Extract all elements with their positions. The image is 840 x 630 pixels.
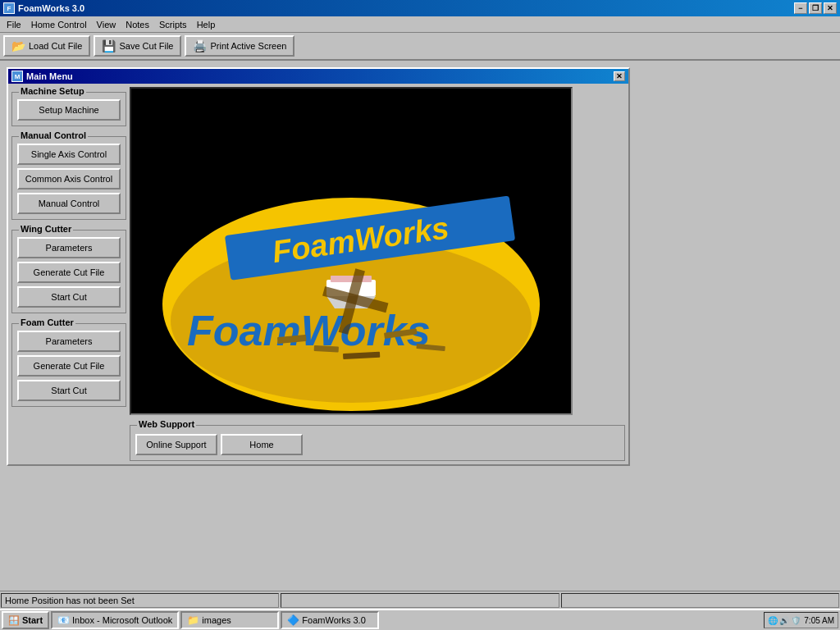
network-icon: 🌐: [768, 616, 778, 625]
menu-notes[interactable]: Notes: [121, 18, 154, 31]
window-icon: M: [11, 71, 23, 82]
taskbar-item-images[interactable]: 📁 images: [180, 611, 279, 629]
svg-text:FoamWorks: FoamWorks: [187, 307, 431, 354]
common-axis-control-button[interactable]: Common Axis Control: [17, 168, 121, 189]
taskbar-item-foamworks[interactable]: 🔷 FoamWorks 3.0: [281, 611, 379, 629]
images-icon: 📁: [187, 614, 199, 626]
menu-bar: File Home Control View Notes Scripts Hel…: [0, 16, 840, 33]
toolbar: 📂 Load Cut File 💾 Save Cut File 🖨️ Print…: [0, 33, 840, 61]
load-cut-file-button[interactable]: 📂 Load Cut File: [3, 35, 90, 57]
restore-button[interactable]: ❐: [809, 2, 822, 14]
foam-cutter-group: Foam Cutter Parameters Generate Cut File…: [11, 323, 126, 407]
menu-scripts[interactable]: Scripts: [154, 18, 192, 31]
status-bar: Home Position has not been Set: [0, 591, 840, 609]
window-title-label: Main Menu: [26, 71, 73, 81]
print-icon: 🖨️: [193, 39, 207, 52]
status-section-2: [281, 593, 559, 608]
close-button[interactable]: ✕: [824, 2, 837, 14]
app-title: FoamWorks 3.0: [18, 3, 84, 13]
manual-control-button[interactable]: Manual Control: [17, 193, 121, 214]
window-body: Machine Setup Setup Machine Manual Contr…: [8, 84, 628, 464]
app-icon: F: [3, 2, 15, 14]
foamworks-taskbar-label: FoamWorks 3.0: [302, 615, 365, 625]
manual-control-title: Manual Control: [19, 130, 88, 140]
foam-cutter-title: Foam Cutter: [19, 317, 75, 327]
wing-cutter-parameters-button[interactable]: Parameters: [17, 237, 121, 258]
images-label: images: [202, 615, 231, 625]
print-active-screen-label: Print Active Screen: [210, 41, 286, 51]
wing-cutter-generate-cut-file-button[interactable]: Generate Cut File: [17, 262, 121, 283]
menu-file[interactable]: File: [2, 18, 26, 31]
status-section-3: [561, 593, 839, 608]
save-cut-file-button[interactable]: 💾 Save Cut File: [94, 35, 181, 57]
system-tray: 🌐 🔊 🛡️ 7:05 AM: [764, 612, 838, 628]
right-panel: FoamWorks FoamWorks: [130, 87, 625, 461]
window-close-button[interactable]: ✕: [614, 71, 625, 81]
wing-cutter-start-cut-button[interactable]: Start Cut: [17, 286, 121, 308]
load-cut-file-label: Load Cut File: [29, 41, 82, 51]
window-title-bar: M Main Menu ✕: [8, 69, 628, 84]
left-panel: Machine Setup Setup Machine Manual Contr…: [11, 87, 126, 461]
print-active-screen-button[interactable]: 🖨️ Print Active Screen: [185, 35, 294, 57]
web-support-group: Web Support Online Support Home: [130, 425, 625, 461]
security-icon: 🛡️: [791, 616, 801, 625]
foamworks-logo-svg: FoamWorks FoamWorks: [138, 91, 564, 411]
svg-rect-7: [331, 276, 372, 282]
start-label: Start: [22, 615, 43, 625]
foamworks-taskbar-icon: 🔷: [287, 614, 299, 626]
web-support-title: Web Support: [137, 419, 196, 429]
taskbar-item-inbox[interactable]: 📧 Inbox - Microsoft Outlook: [51, 611, 179, 629]
title-bar-buttons: − ❐ ✕: [794, 2, 837, 14]
load-icon: 📂: [11, 39, 25, 52]
inbox-icon: 📧: [57, 614, 70, 626]
inbox-label: Inbox - Microsoft Outlook: [72, 615, 172, 625]
logo-image-area: FoamWorks FoamWorks: [130, 87, 573, 415]
wing-cutter-group: Wing Cutter Parameters Generate Cut File…: [11, 230, 126, 313]
menu-home-control[interactable]: Home Control: [26, 18, 92, 31]
title-bar: F FoamWorks 3.0 − ❐ ✕: [0, 0, 840, 16]
machine-setup-title: Machine Setup: [19, 86, 86, 96]
menu-help[interactable]: Help: [192, 18, 221, 31]
save-cut-file-label: Save Cut File: [119, 41, 173, 51]
foam-cutter-parameters-button[interactable]: Parameters: [17, 331, 121, 352]
home-button[interactable]: Home: [221, 434, 303, 455]
minimize-button[interactable]: −: [794, 2, 807, 14]
menu-view[interactable]: View: [92, 18, 121, 31]
sys-tray-icons: 🌐 🔊 🛡️: [768, 616, 801, 625]
windows-logo-icon: 🪟: [8, 615, 20, 626]
foam-cutter-generate-cut-file-button[interactable]: Generate Cut File: [17, 355, 121, 377]
save-icon: 💾: [102, 39, 116, 52]
manual-control-group: Manual Control Single Axis Control Commo…: [11, 136, 126, 220]
online-support-button[interactable]: Online Support: [135, 434, 217, 455]
status-message: Home Position has not been Set: [1, 593, 279, 608]
machine-setup-group: Machine Setup Setup Machine: [11, 92, 126, 126]
foam-cutter-start-cut-button[interactable]: Start Cut: [17, 380, 121, 401]
single-axis-control-button[interactable]: Single Axis Control: [17, 144, 121, 165]
taskbar: 🪟 Start 📧 Inbox - Microsoft Outlook 📁 im…: [0, 609, 840, 630]
clock: 7:05 AM: [804, 616, 834, 625]
setup-machine-button[interactable]: Setup Machine: [17, 99, 121, 121]
main-window: M Main Menu ✕ Machine Setup Setup Machin…: [7, 67, 630, 466]
wing-cutter-title: Wing Cutter: [19, 224, 73, 234]
volume-icon: 🔊: [779, 616, 789, 625]
main-content: M Main Menu ✕ Machine Setup Setup Machin…: [0, 61, 840, 472]
start-button[interactable]: 🪟 Start: [2, 611, 49, 629]
